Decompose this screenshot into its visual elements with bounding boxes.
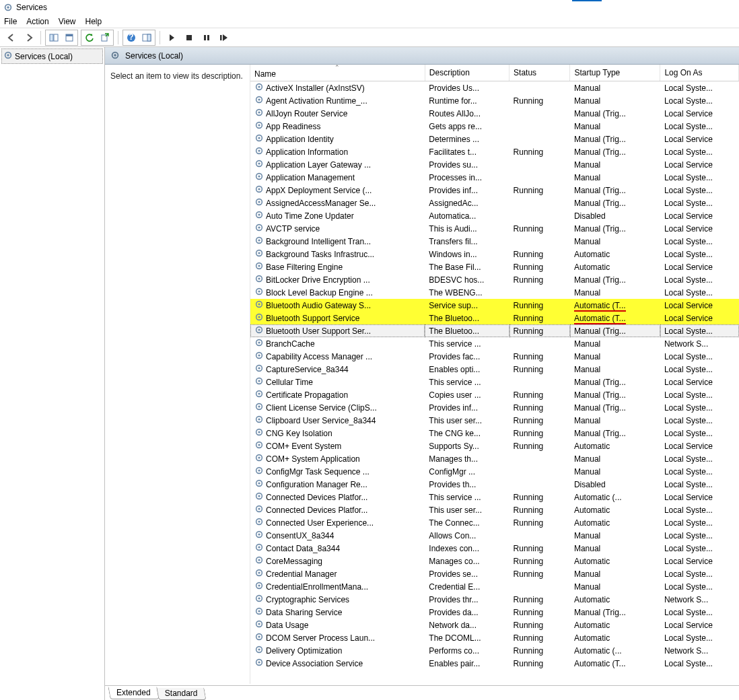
table-row[interactable]: Certificate PropagationCopies user ...Ru…	[250, 388, 739, 401]
svg-point-38	[258, 201, 260, 203]
gear-icon	[254, 248, 264, 260]
gear-icon	[254, 82, 264, 94]
menu-help[interactable]: Help	[85, 17, 102, 26]
table-row[interactable]: CredentialEnrollmentMana...Credential E.…	[250, 580, 739, 593]
table-row[interactable]: Device Association ServiceEnables pair..…	[250, 657, 739, 670]
table-row[interactable]: Cellular TimeThis service ...Manual (Tri…	[250, 376, 739, 388]
table-row[interactable]: Application Layer Gateway ...Provides su…	[250, 158, 739, 171]
table-row[interactable]: COM+ Event SystemSupports Sy...RunningAu…	[250, 440, 739, 452]
table-row[interactable]: Application InformationFacilitates t...R…	[250, 145, 739, 158]
menu-view[interactable]: View	[59, 17, 76, 26]
table-row[interactable]: AVCTP serviceThis is Audi...RunningManua…	[250, 222, 739, 235]
back-button[interactable]	[4, 30, 19, 45]
table-row[interactable]: Clipboard User Service_8a344This user se…	[250, 414, 739, 427]
menu-action[interactable]: Action	[26, 17, 48, 26]
gear-icon	[254, 479, 264, 490]
tab-extended[interactable]: Extended	[108, 687, 159, 699]
table-row[interactable]: Data Sharing ServiceProvides da...Runnin…	[250, 606, 739, 619]
table-row[interactable]: COM+ System ApplicationManages th...Manu…	[250, 452, 739, 465]
help-button[interactable]: ?	[124, 31, 139, 44]
table-row[interactable]: Background Tasks Infrastruc...Windows in…	[250, 248, 739, 260]
col-description[interactable]: Description	[425, 65, 509, 81]
menu-file[interactable]: File	[4, 17, 17, 26]
gear-icon	[254, 415, 264, 426]
table-row[interactable]: App ReadinessGets apps re...ManualLocal …	[250, 120, 739, 133]
table-row[interactable]: Agent Activation Runtime_...Runtime for.…	[250, 94, 739, 107]
table-row[interactable]: Base Filtering EngineThe Base Fil...Runn…	[250, 260, 739, 273]
export-list-button[interactable]	[98, 31, 112, 44]
table-row[interactable]: Block Level Backup Engine ...The WBENG..…	[250, 286, 739, 299]
cell-description: Gets apps re...	[425, 120, 509, 133]
table-row[interactable]: DCOM Server Process Laun...The DCOML...R…	[250, 631, 739, 644]
pause-service-button[interactable]	[199, 30, 214, 45]
tab-standard[interactable]: Standard	[156, 688, 206, 700]
table-row[interactable]: Application IdentityDetermines ...Manual…	[250, 133, 739, 145]
cell-status: Running	[509, 644, 570, 657]
table-row[interactable]: Capability Access Manager ...Provides fa…	[250, 350, 739, 363]
cell-description: The Base Fil...	[425, 260, 509, 273]
service-name-label: Block Level Backup Engine ...	[266, 288, 373, 298]
content-row: Select an item to view its description. …	[105, 65, 739, 684]
table-row[interactable]: CNG Key IsolationThe CNG ke...RunningMan…	[250, 427, 739, 440]
table-row[interactable]: Connected Devices Platfor...This service…	[250, 491, 739, 503]
window-accent	[572, 0, 602, 1]
table-row[interactable]: ConsentUX_8a344Allows Con...ManualLocal …	[250, 529, 739, 542]
toolbar-separator	[118, 31, 118, 44]
show-hide-action-pane-button[interactable]	[139, 31, 154, 44]
cell-startup-type: Manual	[570, 81, 660, 95]
col-name[interactable]: ⌃Name	[250, 65, 425, 81]
table-row[interactable]: Background Intelligent Tran...Transfers …	[250, 235, 739, 248]
table-row[interactable]: AppX Deployment Service (...Provides inf…	[250, 184, 739, 197]
table-row[interactable]: Connected User Experience...The Connec..…	[250, 516, 739, 529]
gear-icon	[254, 389, 264, 400]
col-log-on-as[interactable]: Log On As	[660, 65, 739, 81]
table-row[interactable]: ConfigMgr Task Sequence ...ConfigMgr ...…	[250, 465, 739, 478]
cell-description: Supports Sy...	[425, 440, 509, 452]
table-row[interactable]: Client License Service (ClipS...Provides…	[250, 401, 739, 414]
svg-rect-3	[54, 34, 58, 41]
svg-point-24	[258, 111, 260, 113]
show-hide-tree-button[interactable]	[46, 31, 61, 44]
refresh-button[interactable]	[82, 31, 97, 44]
cell-name: AssignedAccessManager Se...	[250, 197, 425, 209]
table-row[interactable]: Auto Time Zone UpdaterAutomatica...Disab…	[250, 209, 739, 222]
table-row[interactable]: Bluetooth Support ServiceThe Bluetoo...R…	[250, 312, 739, 324]
forward-button[interactable]	[22, 30, 36, 45]
table-row[interactable]: CoreMessagingManages co...RunningAutomat…	[250, 555, 739, 567]
svg-point-52	[258, 290, 260, 292]
service-name-label: Client License Service (ClipS...	[266, 403, 377, 413]
services-table[interactable]: ⌃Name Description Status Startup Type Lo…	[250, 65, 739, 670]
table-row[interactable]: BitLocker Drive Encryption ...BDESVC hos…	[250, 273, 739, 286]
col-startup-type[interactable]: Startup Type	[570, 65, 660, 81]
svg-point-44	[258, 239, 260, 241]
table-row[interactable]: Bluetooth Audio Gateway S...Service sup.…	[250, 299, 739, 312]
table-row[interactable]: Credential ManagerProvides se...RunningM…	[250, 567, 739, 580]
restart-service-button[interactable]	[217, 30, 232, 45]
stop-service-button[interactable]	[182, 30, 197, 45]
table-row[interactable]: Data UsageNetwork da...RunningAutomaticL…	[250, 619, 739, 631]
table-row[interactable]: Contact Data_8a344Indexes con...RunningM…	[250, 542, 739, 555]
table-row[interactable]: Connected Devices Platfor...This user se…	[250, 503, 739, 516]
table-row[interactable]: AssignedAccessManager Se...AssignedAc...…	[250, 197, 739, 209]
tree-item-services-local[interactable]: Services (Local)	[1, 48, 103, 64]
col-status[interactable]: Status	[509, 65, 570, 81]
table-row[interactable]: CaptureService_8a344Enables opti...Runni…	[250, 363, 739, 376]
service-name-label: Application Management	[266, 173, 355, 182]
console-tree[interactable]: Services (Local)	[0, 47, 105, 700]
table-row[interactable]: AllJoyn Router ServiceRoutes AllJo...Man…	[250, 107, 739, 120]
services-list[interactable]: ⌃Name Description Status Startup Type Lo…	[250, 65, 739, 684]
table-row[interactable]: Delivery OptimizationPerforms co...Runni…	[250, 644, 739, 657]
pane-header-title: Services (Local)	[125, 51, 183, 61]
table-row[interactable]: Configuration Manager Re...Provides th..…	[250, 478, 739, 491]
table-row[interactable]: BranchCacheThis service ...ManualNetwork…	[250, 337, 739, 350]
start-service-button[interactable]	[164, 30, 179, 45]
table-row[interactable]: Cryptographic ServicesProvides thr...Run…	[250, 593, 739, 606]
table-row[interactable]: Bluetooth User Support Ser...The Bluetoo…	[250, 324, 739, 337]
service-name-label: Auto Time Zone Updater	[266, 211, 354, 221]
table-row[interactable]: Application ManagementProcesses in...Man…	[250, 171, 739, 184]
cell-log-on-as: Local Syste...	[660, 580, 739, 593]
table-row[interactable]: ActiveX Installer (AxInstSV)Provides Us.…	[250, 81, 739, 95]
service-name-label: CaptureService_8a344	[266, 365, 349, 374]
properties-button[interactable]	[62, 31, 77, 44]
cell-log-on-as: Local Service	[660, 158, 739, 171]
